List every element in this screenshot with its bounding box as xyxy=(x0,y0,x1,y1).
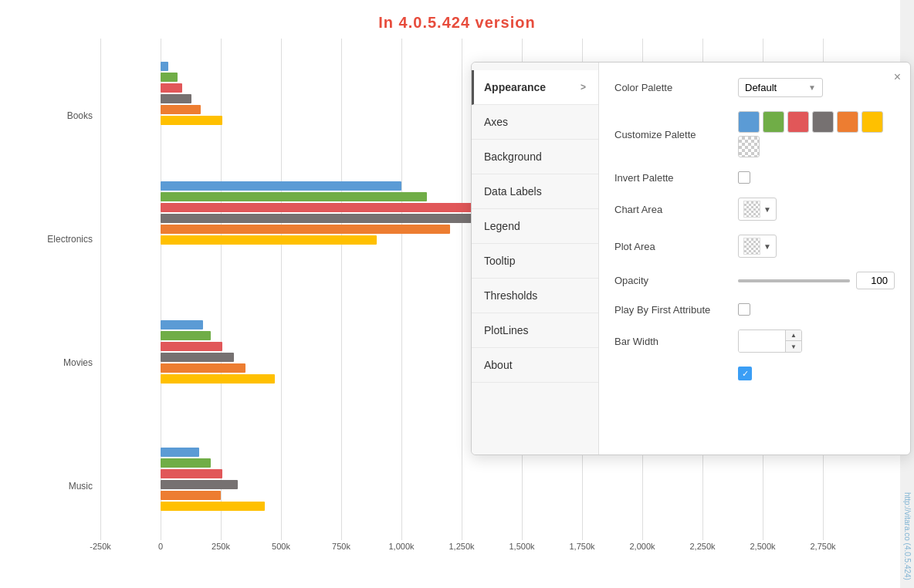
bar-movies-red xyxy=(161,342,222,351)
bar-movies-blue xyxy=(161,320,203,329)
chart-area-row: Chart Area ▼ xyxy=(614,198,895,221)
y-label-movies: Movies xyxy=(63,357,93,368)
color-palette-control: Default ▼ xyxy=(738,78,895,97)
plot-area-preview xyxy=(743,238,760,255)
chart-title: In 4.0.5.424 version xyxy=(0,0,914,32)
x-label: -250k xyxy=(90,542,111,551)
invert-palette-checkbox[interactable] xyxy=(738,171,750,184)
bar-movies-orange xyxy=(161,363,245,373)
bar-books-green xyxy=(161,73,178,82)
swatch-red[interactable] xyxy=(787,111,809,133)
swatch-transparent[interactable] xyxy=(738,136,760,157)
invert-palette-control xyxy=(738,171,895,184)
x-label: 1,750k xyxy=(569,542,594,551)
nav-arrow-appearance: > xyxy=(581,82,586,93)
close-button[interactable]: × xyxy=(894,70,901,84)
bar-music-green xyxy=(161,458,211,468)
bar-music-blue xyxy=(161,448,199,457)
x-label: 0 xyxy=(158,542,163,551)
x-label: 250k xyxy=(212,542,230,551)
plot-area-control: ▼ xyxy=(738,235,895,258)
swatch-blue[interactable] xyxy=(738,111,760,133)
bar-books-red xyxy=(161,83,182,93)
x-label: 2,750k xyxy=(810,542,835,551)
select-dropdown-icon: ▼ xyxy=(808,83,816,92)
bar-books-yellow xyxy=(161,116,222,125)
nav-item-plotlines[interactable]: PlotLines xyxy=(472,313,598,348)
nav-item-appearance[interactable]: Appearance > xyxy=(472,70,598,105)
play-by-row: Play By First Attribute xyxy=(614,303,895,316)
plot-area-selector[interactable]: ▼ xyxy=(738,235,777,258)
panel-nav: Appearance > Axes Background Data Labels… xyxy=(472,63,599,455)
nav-item-legend[interactable]: Legend xyxy=(472,209,598,244)
blue-checkbox-row: ✓ xyxy=(614,367,895,380)
bar-width-row: Bar Width ▲ ▼ xyxy=(614,329,895,353)
panel-content: Color Palette Default ▼ Customize Palett… xyxy=(599,63,910,455)
blue-checkbox-control: ✓ xyxy=(738,367,895,380)
chart-area-dropdown-icon: ▼ xyxy=(763,205,771,214)
y-label-music: Music xyxy=(69,481,93,492)
nav-item-axes[interactable]: Axes xyxy=(472,105,598,140)
bar-width-input[interactable] xyxy=(739,330,785,352)
settings-panel: × Appearance > Axes Background Data Labe… xyxy=(471,62,911,455)
opacity-slider-track[interactable] xyxy=(738,279,850,282)
play-by-label: Play By First Attribute xyxy=(614,304,738,316)
x-label: 2,250k xyxy=(689,542,715,551)
spinner-up-button[interactable]: ▲ xyxy=(786,330,801,341)
y-labels: Books Electronics Movies Music xyxy=(0,39,100,540)
invert-palette-row: Invert Palette xyxy=(614,171,895,184)
x-label: 750k xyxy=(332,542,350,551)
x-label: 1,500k xyxy=(509,542,534,551)
nav-item-tooltip[interactable]: Tooltip xyxy=(472,244,598,279)
x-label: 1,000k xyxy=(388,542,414,551)
blue-checkbox[interactable]: ✓ xyxy=(738,367,752,380)
spinner-buttons: ▲ ▼ xyxy=(785,330,801,352)
y-label-electronics: Electronics xyxy=(47,234,93,245)
color-palette-label: Color Palette xyxy=(614,82,738,93)
bar-music-orange xyxy=(161,491,221,500)
category-music xyxy=(100,448,911,511)
plot-area-label: Plot Area xyxy=(614,241,738,252)
x-label: 2,000k xyxy=(629,542,655,551)
bar-books-gray xyxy=(161,94,191,103)
nav-item-data-labels[interactable]: Data Labels xyxy=(472,174,598,209)
x-label: 500k xyxy=(272,542,290,551)
color-palette-select[interactable]: Default ▼ xyxy=(738,78,823,97)
play-by-control xyxy=(738,303,895,316)
bar-width-spinner: ▲ ▼ xyxy=(738,329,802,353)
swatch-gray[interactable] xyxy=(812,111,834,133)
x-axis: -250k 0 250k 500k 750k 1,000k 1,250k 1,5… xyxy=(100,542,834,565)
bar-width-control: ▲ ▼ xyxy=(738,329,895,353)
swatch-orange[interactable] xyxy=(837,111,858,133)
bar-width-label: Bar Width xyxy=(614,336,738,347)
opacity-value[interactable]: 100 xyxy=(856,272,895,289)
bar-electronics-orange xyxy=(161,225,450,234)
chart-container: In 4.0.5.424 version http://vitara.co (4… xyxy=(0,0,914,588)
spinner-down-button[interactable]: ▼ xyxy=(786,341,801,352)
bar-music-yellow xyxy=(161,502,265,511)
opacity-row: Opacity 100 xyxy=(614,272,895,289)
bar-electronics-blue xyxy=(161,181,401,191)
opacity-control: 100 xyxy=(738,272,895,289)
nav-item-background[interactable]: Background xyxy=(472,140,598,174)
bar-movies-green xyxy=(161,331,211,340)
chart-area-control: ▼ xyxy=(738,198,895,221)
bar-electronics-yellow xyxy=(161,235,377,245)
bar-movies-yellow xyxy=(161,374,275,384)
color-palette-row: Color Palette Default ▼ xyxy=(614,78,895,97)
chart-area-label: Chart Area xyxy=(614,204,738,215)
play-by-checkbox[interactable] xyxy=(738,303,750,316)
x-label: 1,250k xyxy=(449,542,474,551)
nav-item-thresholds[interactable]: Thresholds xyxy=(472,279,598,313)
x-label: 2,500k xyxy=(750,542,775,551)
nav-item-about[interactable]: About xyxy=(472,348,598,383)
bar-books-orange xyxy=(161,105,201,114)
swatch-yellow[interactable] xyxy=(862,111,883,133)
chart-area-preview xyxy=(743,201,760,218)
plot-area-dropdown-icon: ▼ xyxy=(763,242,771,251)
bar-books-blue xyxy=(161,62,168,71)
y-label-books: Books xyxy=(67,110,93,121)
customize-palette-control xyxy=(738,111,895,157)
swatch-green[interactable] xyxy=(763,111,784,133)
chart-area-selector[interactable]: ▼ xyxy=(738,198,777,221)
